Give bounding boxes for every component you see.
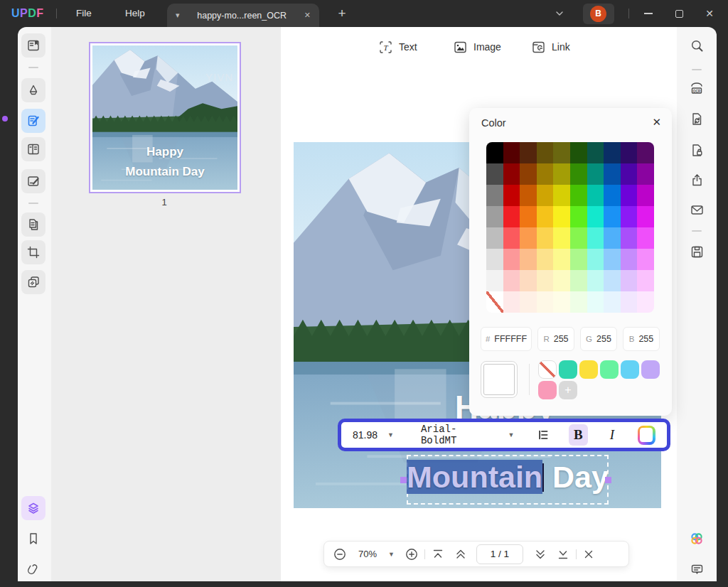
- color-grid-cell[interactable]: [570, 291, 587, 313]
- color-grid-cell[interactable]: [553, 185, 570, 206]
- preset-transparent[interactable]: [538, 360, 557, 379]
- preset-swatch[interactable]: [538, 381, 557, 399]
- titlebar-chevron-down-icon[interactable]: [555, 5, 570, 22]
- color-grid-cell[interactable]: [520, 249, 537, 270]
- color-grid-cell[interactable]: [637, 227, 654, 249]
- color-grid-cell[interactable]: [637, 185, 654, 206]
- color-grid-cell[interactable]: [520, 227, 537, 249]
- document-tab[interactable]: ▾ happy-mo...reen_OCR ✕: [167, 4, 319, 27]
- color-grid-cell[interactable]: [553, 270, 570, 291]
- blue-input[interactable]: B 255: [623, 327, 660, 351]
- add-link-button[interactable]: Link: [531, 37, 570, 57]
- color-grid-cell[interactable]: [570, 163, 587, 185]
- color-grid-cell[interactable]: [621, 291, 638, 313]
- color-grid-cell[interactable]: [486, 142, 503, 163]
- font-family-value[interactable]: Arial-BoldMT: [421, 424, 486, 446]
- color-grid-cell[interactable]: [604, 185, 621, 206]
- color-grid-cell[interactable]: [486, 227, 503, 249]
- account-button[interactable]: B: [583, 4, 614, 24]
- color-grid-cell[interactable]: [621, 163, 638, 185]
- rail-item-ai-assistant[interactable]: [685, 527, 709, 551]
- color-grid-cell[interactable]: [587, 206, 604, 227]
- color-grid-cell[interactable]: [503, 185, 520, 206]
- color-grid-cell[interactable]: [587, 142, 604, 163]
- color-grid-cell[interactable]: [637, 291, 654, 313]
- rail-item-email[interactable]: [685, 198, 709, 222]
- color-grid-cell[interactable]: [604, 249, 621, 270]
- color-grid-cell[interactable]: [587, 291, 604, 313]
- color-grid-cell[interactable]: [520, 291, 537, 313]
- color-grid-cell[interactable]: [604, 291, 621, 313]
- color-grid-cell[interactable]: [570, 206, 587, 227]
- italic-button[interactable]: I: [602, 424, 622, 446]
- close-toolbar-button[interactable]: [582, 548, 595, 561]
- zoom-in-button[interactable]: [405, 547, 419, 561]
- preset-swatch[interactable]: [641, 360, 660, 379]
- color-grid-cell[interactable]: [537, 270, 554, 291]
- color-grid-cell[interactable]: [604, 142, 621, 163]
- new-tab-button[interactable]: +: [334, 5, 350, 22]
- sidebar-item-organize-pages[interactable]: [21, 137, 46, 161]
- rail-item-search[interactable]: [685, 33, 709, 58]
- color-grid-cell[interactable]: [520, 185, 537, 206]
- color-grid-cell[interactable]: [520, 206, 537, 227]
- color-grid-cell[interactable]: [570, 227, 587, 249]
- font-color-button[interactable]: [638, 426, 655, 445]
- color-grid-cell[interactable]: [637, 206, 654, 227]
- sidebar-item-layers[interactable]: [21, 496, 46, 520]
- color-grid-cell[interactable]: [503, 142, 520, 163]
- color-grid-cell[interactable]: [587, 270, 604, 291]
- color-grid-cell[interactable]: [553, 163, 570, 185]
- color-grid-cell[interactable]: [553, 227, 570, 249]
- line-spacing-icon[interactable]: [537, 428, 550, 442]
- red-input[interactable]: R 255: [537, 327, 574, 351]
- color-grid-cell[interactable]: [621, 142, 638, 163]
- color-grid-cell[interactable]: [570, 249, 587, 270]
- zoom-level[interactable]: 70%: [358, 549, 377, 559]
- color-grid[interactable]: [486, 142, 654, 313]
- maximize-button[interactable]: [669, 6, 689, 21]
- color-grid-cell[interactable]: [604, 206, 621, 227]
- color-grid-cell[interactable]: [537, 185, 554, 206]
- color-grid-cell[interactable]: [570, 270, 587, 291]
- color-panel-close-icon[interactable]: ✕: [652, 116, 661, 129]
- page-indicator[interactable]: 1 / 1: [476, 544, 523, 564]
- green-input[interactable]: G 255: [580, 327, 617, 351]
- color-grid-cell[interactable]: [503, 291, 520, 313]
- color-grid-cell[interactable]: [503, 270, 520, 291]
- next-page-button[interactable]: [533, 547, 547, 561]
- color-grid-cell[interactable]: [621, 206, 638, 227]
- color-grid-cell[interactable]: [621, 185, 638, 206]
- selection-handle-left[interactable]: [400, 477, 407, 483]
- color-grid-cell[interactable]: [503, 163, 520, 185]
- color-grid-cell[interactable]: [537, 227, 554, 249]
- preset-swatch[interactable]: [621, 360, 639, 379]
- color-grid-cell[interactable]: [637, 270, 654, 291]
- page-thumbnail[interactable]: YIVN Happy Mountain Day: [89, 42, 241, 193]
- color-grid-cell[interactable]: [604, 163, 621, 185]
- minimize-button[interactable]: [638, 6, 658, 21]
- color-grid-cell[interactable]: [587, 249, 604, 270]
- rail-item-comments[interactable]: [685, 557, 709, 581]
- color-grid-cell[interactable]: [553, 142, 570, 163]
- rail-item-share[interactable]: [685, 168, 709, 192]
- color-grid-cell[interactable]: [503, 249, 520, 270]
- bold-button[interactable]: B: [569, 424, 589, 446]
- color-grid-cell[interactable]: [621, 270, 638, 291]
- color-grid-cell[interactable]: [637, 163, 654, 185]
- preset-swatch[interactable]: [600, 360, 619, 379]
- hex-input[interactable]: # FFFFFF: [481, 327, 532, 351]
- scroll-to-bottom-button[interactable]: [556, 547, 570, 561]
- menu-file[interactable]: File: [68, 0, 100, 27]
- preset-swatch[interactable]: [579, 360, 598, 379]
- sidebar-item-compare[interactable]: [21, 270, 46, 294]
- color-grid-cell[interactable]: [621, 249, 638, 270]
- color-grid-cell[interactable]: [520, 163, 537, 185]
- font-size-value[interactable]: 81.98: [353, 429, 378, 441]
- color-grid-cell[interactable]: [486, 270, 503, 291]
- rail-item-convert[interactable]: [685, 107, 709, 131]
- color-grid-cell[interactable]: [604, 227, 621, 249]
- color-grid-cell[interactable]: [604, 270, 621, 291]
- sidebar-item-reader[interactable]: [21, 33, 46, 58]
- preset-swatch[interactable]: [559, 360, 577, 379]
